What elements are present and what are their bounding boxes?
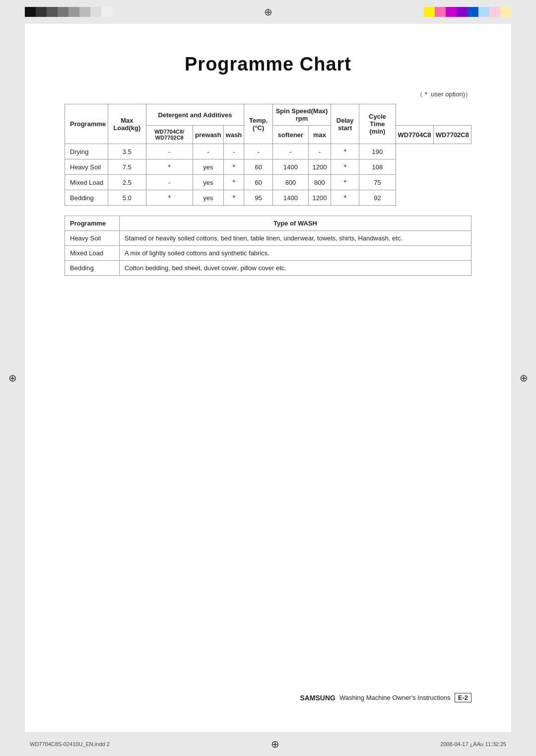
cell-delay: ＊	[331, 175, 359, 190]
cell-max-load: 3.5	[108, 144, 146, 159]
th-max: max	[308, 126, 331, 144]
th-programme: Programme	[65, 104, 108, 144]
user-option-note: （＊ user option)）	[65, 90, 471, 99]
table-row: Heavy Soil 7.5 ＊ yes ＊ 60 1400 1200 ＊ 10…	[65, 159, 471, 175]
th-model1: WD7704C8/ WD7702C8	[146, 126, 193, 144]
cell-programme: Mixed Load	[65, 175, 108, 190]
cell-spin2: 1200	[308, 159, 331, 175]
cell-temp: 60	[244, 159, 273, 175]
th-detergent: Detergent and Additives	[146, 104, 244, 126]
color-bar	[489, 7, 500, 17]
cell-softener: -	[223, 144, 244, 159]
cell-delay: ＊	[331, 159, 359, 175]
main-content: Programme Chart （＊ user option)） Program…	[25, 24, 511, 732]
color-bar	[435, 7, 446, 17]
cell-temp: -	[244, 144, 273, 159]
cell-wash: yes	[193, 175, 224, 190]
table-row: Mixed Load 2.5 - yes ＊ 60 800 800 ＊ 75	[65, 175, 471, 190]
cell-max-load: 5.0	[108, 190, 146, 206]
cell-wash: yes	[193, 159, 224, 175]
color-bar	[478, 7, 489, 17]
cell-cycle: 190	[359, 144, 396, 159]
right-margin: ⊕	[511, 24, 536, 732]
bottom-date: 2008-04-17 ¿ÀÀu 11:32:25	[440, 741, 506, 747]
th-wd7702c8: WD7702C8	[433, 126, 471, 144]
color-bar	[468, 7, 478, 17]
right-registration-mark: ⊕	[520, 372, 528, 384]
bottom-file: WD7704C8S-02410U_EN.indd 2	[30, 741, 110, 747]
page-footer: SAMSUNG Washing Machine Owner's Instruct…	[65, 693, 471, 702]
wash-type-row: Heavy Soil Stained or heavily soiled cot…	[65, 231, 471, 246]
wash-type-table: Programme Type of WASH Heavy Soil Staine…	[65, 216, 471, 276]
cell-temp: 95	[244, 190, 273, 206]
top-bar: ⊕	[0, 0, 536, 24]
th-prewash: prewash	[193, 126, 224, 144]
color-bar	[58, 7, 68, 17]
cell-wash: yes	[193, 190, 224, 206]
wt-th-programme: Programme	[65, 216, 120, 231]
color-bar	[424, 7, 435, 17]
footer-brand: SAMSUNG	[300, 694, 335, 702]
color-bar	[500, 7, 511, 17]
cell-spin2: 800	[308, 175, 331, 190]
th-temp: Temp. (°C)	[244, 104, 273, 144]
cell-programme: Bedding	[65, 190, 108, 206]
color-bar	[25, 7, 36, 17]
color-bar	[79, 7, 90, 17]
left-registration-mark: ⊕	[8, 372, 17, 384]
cell-spin2: 1200	[308, 190, 331, 206]
color-bar	[47, 7, 58, 17]
cell-cycle: 108	[359, 159, 396, 175]
cell-cycle: 92	[359, 190, 396, 206]
cell-temp: 60	[244, 175, 273, 190]
registration-mark-bottom: ⊕	[268, 737, 282, 752]
cell-softener: ＊	[223, 190, 244, 206]
programme-table: Programme Max Load(kg) Detergent and Add…	[65, 104, 471, 206]
wt-cell-programme: Mixed Load	[65, 246, 120, 261]
cell-max-load: 2.5	[108, 175, 146, 190]
footer-text: Washing Machine Owner's Instructions	[339, 694, 451, 701]
cell-cycle: 75	[359, 175, 396, 190]
color-bars-right	[424, 7, 511, 17]
color-bars-left	[25, 7, 112, 17]
wt-th-type: Type of WASH	[120, 216, 471, 231]
cell-prewash: -	[146, 144, 193, 159]
color-bar	[90, 7, 101, 17]
cell-prewash: ＊	[146, 190, 193, 206]
wash-type-row: Mixed Load A mix of lightly soiled cotto…	[65, 246, 471, 261]
wt-cell-programme: Heavy Soil	[65, 231, 120, 246]
wash-type-header-row: Programme Type of WASH	[65, 216, 471, 231]
color-bar	[36, 7, 47, 17]
cell-softener: ＊	[223, 175, 244, 190]
cell-spin1: -	[273, 144, 309, 159]
wash-type-row: Bedding Cotton bedding, bed sheet, duvet…	[65, 261, 471, 276]
color-bar	[101, 7, 112, 17]
wt-cell-programme: Bedding	[65, 261, 120, 276]
wt-cell-description: A mix of lightly soiled cottons and synt…	[120, 246, 471, 261]
cell-spin1: 800	[273, 175, 309, 190]
cell-spin2: -	[308, 144, 331, 159]
th-delay-start: Delay start	[331, 104, 359, 144]
cell-wash: -	[193, 144, 224, 159]
wt-cell-description: Stained or heavily soiled cottons, bed l…	[120, 231, 471, 246]
color-bar	[457, 7, 468, 17]
cell-delay: ＊	[331, 190, 359, 206]
footer-page-ref: E-2	[455, 693, 471, 702]
table-row: Bedding 5.0 ＊ yes ＊ 95 1400 1200 ＊ 92	[65, 190, 471, 206]
th-wash: wash	[223, 126, 244, 144]
color-bar	[68, 7, 79, 17]
th-spin-speed: Spin Speed(Max) rpm	[273, 104, 331, 126]
cell-spin1: 1400	[273, 190, 309, 206]
left-margin: ⊕	[0, 24, 25, 732]
table-row: Drying 3.5 - - - - - - ＊ 190	[65, 144, 471, 159]
cell-max-load: 7.5	[108, 159, 146, 175]
cell-prewash: -	[146, 175, 193, 190]
cell-delay: ＊	[331, 144, 359, 159]
registration-mark-top: ⊕	[261, 4, 275, 19]
wt-cell-description: Cotton bedding, bed sheet, duvet cover, …	[120, 261, 471, 276]
bottom-bar: WD7704C8S-02410U_EN.indd 2 ⊕ 2008-04-17 …	[0, 732, 536, 756]
cell-programme: Heavy Soil	[65, 159, 108, 175]
page-title: Programme Chart	[65, 54, 471, 75]
th-softener: softener	[273, 126, 309, 144]
color-bar	[446, 7, 457, 17]
